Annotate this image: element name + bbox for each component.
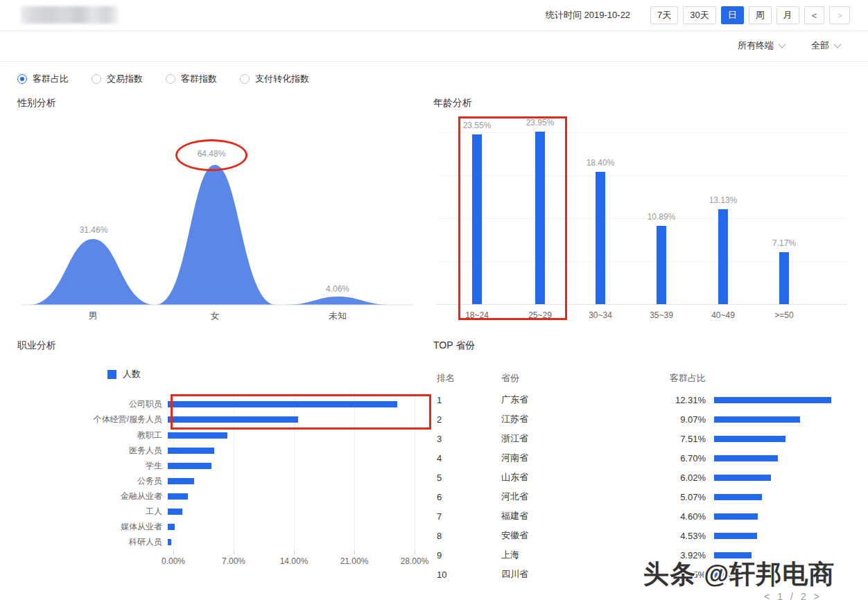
bar[interactable] [168, 493, 188, 500]
rank-cell: 1 [437, 395, 501, 405]
province-cell: 江苏省 [501, 413, 652, 425]
redacted-shop-title [21, 6, 118, 24]
legend-swatch-icon [107, 370, 116, 379]
occupation-row: 学生 [17, 458, 430, 473]
bar[interactable] [168, 478, 194, 484]
row-label: 工人 [17, 506, 168, 518]
table-row[interactable]: 7 福建省 4.60% [437, 506, 853, 526]
rank-cell: 6 [437, 492, 501, 502]
page-next-icon[interactable]: > [814, 591, 819, 600]
range-button-week[interactable]: 周 [749, 6, 772, 24]
bar-category-label: 35~39 [630, 310, 693, 320]
row-label: 学生 [17, 460, 168, 472]
row-label: 媒体从业者 [17, 521, 168, 533]
page-prev-icon[interactable]: < [764, 591, 770, 600]
radio-icon [92, 74, 101, 84]
x-axis-tick-label: 7.00% [209, 556, 258, 566]
range-button-day[interactable]: 日 [721, 6, 744, 24]
next-date-button[interactable]: > [829, 6, 850, 24]
province-cell: 广东省 [501, 394, 652, 406]
page-total: 2 [801, 591, 806, 600]
province-cell: 福建省 [501, 510, 652, 522]
filter-bar: 所有终端 全部 [0, 31, 868, 62]
axis-tick [234, 551, 234, 554]
radio-label: 客群指数 [181, 73, 217, 85]
axis-tick [294, 551, 295, 554]
bar[interactable] [168, 432, 227, 439]
gender-cat-female: 女 [180, 310, 250, 322]
gender-value-unknown: 4.06% [303, 284, 372, 294]
bar[interactable] [168, 448, 214, 454]
radio-metric-3[interactable]: 支付转化指数 [240, 73, 309, 85]
x-axis-tick-label: 28.00% [390, 556, 439, 566]
range-button-30d[interactable]: 30天 [683, 6, 715, 24]
rank-cell: 4 [437, 453, 501, 464]
occupation-row: 金融从业者 [17, 488, 430, 504]
red-rectangle-annotation [171, 394, 431, 430]
table-row[interactable]: 3 浙江省 7.51% [437, 429, 853, 448]
age-bar-group: 18.40% 30~34 [569, 158, 632, 304]
red-rectangle-annotation [458, 116, 567, 320]
table-row[interactable]: 4 河南省 6.70% [437, 448, 853, 468]
bar[interactable] [168, 463, 211, 469]
occupation-row: 工人 [17, 504, 430, 519]
bar[interactable] [168, 509, 182, 515]
bar-value-label: 7.17% [772, 238, 796, 248]
bar [714, 436, 785, 442]
province-cell: 浙江省 [501, 432, 652, 445]
radio-metric-2[interactable]: 客群指数 [166, 73, 217, 85]
chevron-down-icon [778, 40, 785, 48]
pagination: < 1 / 2 > [764, 591, 819, 600]
col-header-province: 省份 [501, 372, 652, 385]
bar[interactable] [657, 226, 666, 304]
col-header-rank: 排名 [437, 372, 501, 385]
radio-metric-0[interactable]: 客群占比 [17, 73, 69, 85]
occupation-section-title: 职业分析 [17, 339, 56, 352]
x-axis-tick-label: 0.00% [149, 556, 198, 566]
province-cell: 安徽省 [501, 529, 652, 542]
range-button-7d[interactable]: 7天 [650, 6, 678, 24]
gender-section-title: 性别分析 [17, 97, 56, 109]
bar[interactable] [168, 524, 175, 530]
radio-metric-1[interactable]: 交易指数 [92, 73, 143, 85]
axis-tick [173, 551, 174, 554]
bar[interactable] [596, 172, 605, 304]
occupation-row: 科研人员 [17, 534, 430, 549]
col-header-share: 客群占比 [652, 372, 706, 385]
bar [714, 397, 831, 403]
bar[interactable] [718, 209, 728, 304]
scope-dropdown[interactable]: 全部 [811, 39, 840, 52]
bar[interactable] [168, 539, 171, 545]
scope-dropdown-label: 全部 [811, 39, 829, 52]
bar-category-label: 30~34 [569, 310, 632, 320]
row-label: 医务人员 [17, 445, 168, 457]
table-row[interactable]: 2 江苏省 9.07% [437, 409, 853, 429]
bar-value-label: 13.13% [709, 195, 738, 205]
table-row[interactable]: 5 山东省 6.02% [437, 468, 853, 487]
terminal-dropdown-label: 所有终端 [738, 39, 774, 52]
rank-cell: 3 [437, 434, 501, 444]
occupation-bar-chart: 公司职员 个体经营/服务人员 教职工 医务人员 学生 公务员 金融从业者 工人 [17, 392, 430, 574]
prev-date-button[interactable]: < [804, 6, 825, 24]
bar [714, 416, 800, 423]
share-cell: 7.51% [652, 434, 706, 444]
bar-category-label: 40~49 [692, 310, 754, 320]
bar[interactable] [779, 252, 789, 304]
province-cell: 四川省 [501, 568, 652, 581]
radio-label: 支付转化指数 [255, 73, 309, 85]
table-row[interactable]: 6 河北省 5.07% [437, 487, 853, 506]
page-separator: / [790, 591, 793, 600]
stat-time-label: 统计时间 2019-10-22 [546, 9, 630, 21]
row-label: 个体经营/服务人员 [17, 414, 168, 425]
rank-cell: 9 [437, 550, 501, 561]
range-button-month[interactable]: 月 [776, 6, 799, 24]
table-header-row: 排名 省份 客群占比 [437, 371, 853, 386]
table-row[interactable]: 1 广东省 12.31% [437, 390, 853, 409]
row-label: 金融从业者 [17, 491, 168, 502]
share-cell: 6.70% [652, 453, 706, 464]
rank-cell: 5 [437, 473, 501, 483]
table-row[interactable]: 8 安徽省 4.53% [437, 526, 853, 545]
metric-radio-group: 客群占比 交易指数 客群指数 支付转化指数 [17, 73, 309, 85]
row-label: 公司职员 [17, 398, 168, 410]
terminal-dropdown[interactable]: 所有终端 [738, 39, 785, 52]
